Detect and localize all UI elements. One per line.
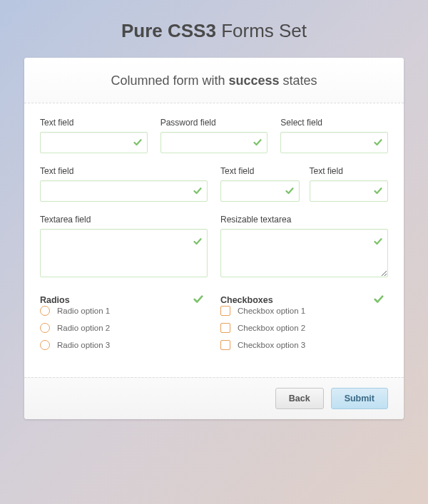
page-title-bold: Pure CSS3: [121, 20, 216, 41]
radio-option-label: Radio option 2: [57, 324, 110, 332]
page-title: Pure CSS3 Forms Set: [0, 20, 428, 42]
text-field-input[interactable]: [40, 180, 208, 202]
radio-icon: [40, 306, 50, 316]
card-header-pre: Columned form with: [111, 73, 225, 88]
checkbox-icon: [220, 306, 230, 316]
success-check-icon: [133, 138, 142, 147]
card-header-bold: success: [228, 73, 279, 88]
radio-icon: [40, 323, 50, 333]
checkbox-option[interactable]: Checkbox option 1: [220, 306, 388, 316]
checkbox-icon: [220, 340, 230, 350]
success-check-icon: [193, 294, 203, 304]
resizable-textarea-label: Resizable textarea: [220, 215, 388, 225]
card-footer: Back Submit: [24, 377, 404, 419]
card-header: Columned form with success states: [24, 58, 404, 103]
success-check-icon: [285, 187, 294, 195]
success-check-icon: [253, 138, 262, 147]
text-field-label: Text field: [220, 166, 300, 176]
checkbox-option[interactable]: Checkbox option 2: [220, 323, 388, 333]
success-check-icon: [193, 237, 202, 246]
text-field-label: Text field: [40, 118, 148, 128]
select-field-label: Select field: [280, 118, 388, 128]
back-button[interactable]: Back: [275, 388, 324, 409]
radio-icon: [40, 340, 50, 350]
success-check-icon: [374, 294, 384, 304]
radio-option-label: Radio option 3: [57, 341, 110, 349]
select-field-input[interactable]: [280, 132, 388, 153]
radio-option[interactable]: Radio option 3: [40, 340, 208, 350]
textarea-field-input[interactable]: [40, 229, 208, 277]
text-field-label: Text field: [310, 166, 389, 176]
radio-option-label: Radio option 1: [57, 307, 110, 315]
checkboxes-label: Checkboxes: [220, 295, 273, 305]
text-field-input[interactable]: [40, 132, 148, 153]
password-field-label: Password field: [160, 118, 268, 128]
text-field-label: Text field: [40, 166, 208, 176]
textarea-field-label: Textarea field: [40, 215, 208, 225]
radio-option[interactable]: Radio option 1: [40, 306, 208, 316]
success-check-icon: [374, 237, 382, 246]
checkbox-icon: [220, 323, 230, 333]
success-check-icon: [374, 187, 382, 195]
radios-label: Radios: [40, 295, 70, 305]
card-body: Text field Password field Select field: [24, 103, 404, 377]
checkbox-option[interactable]: Checkbox option 3: [220, 340, 388, 350]
card-header-post: states: [283, 73, 317, 88]
resizable-textarea-input[interactable]: [220, 229, 388, 277]
success-check-icon: [193, 187, 202, 195]
checkbox-option-label: Checkbox option 3: [238, 341, 305, 349]
password-field-input[interactable]: [160, 132, 268, 153]
checkbox-option-label: Checkbox option 2: [238, 324, 305, 332]
success-check-icon: [374, 138, 382, 147]
form-card: Columned form with success states Text f…: [24, 58, 404, 419]
radio-option[interactable]: Radio option 2: [40, 323, 208, 333]
checkbox-option-label: Checkbox option 1: [238, 307, 305, 315]
submit-button[interactable]: Submit: [331, 388, 388, 409]
page-title-rest: Forms Set: [221, 20, 307, 41]
